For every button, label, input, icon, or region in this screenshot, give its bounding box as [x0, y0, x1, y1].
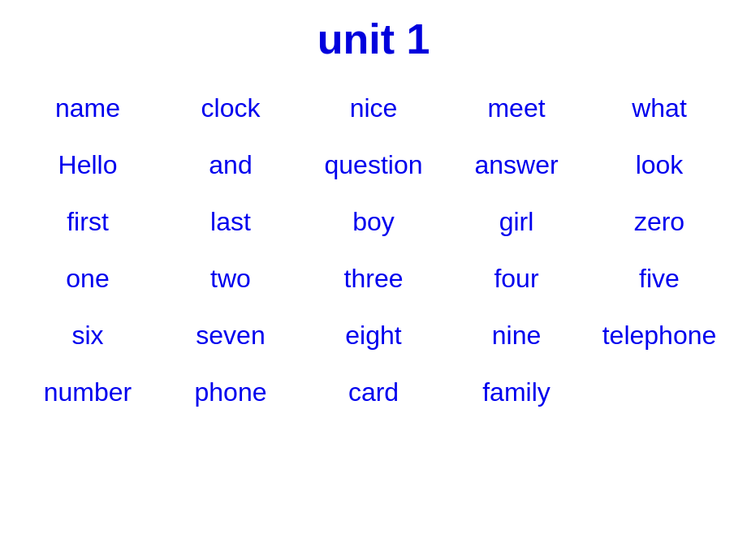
word-cell-15: one	[16, 250, 159, 307]
word-cell-8: answer	[445, 136, 588, 193]
word-cell-28: family	[445, 364, 588, 420]
word-cell-19: five	[588, 250, 731, 307]
word-cell-25: number	[16, 364, 159, 420]
word-cell-17: three	[302, 250, 445, 307]
word-cell-27: card	[302, 364, 445, 420]
word-cell-23: nine	[445, 307, 588, 364]
word-cell-12: boy	[302, 193, 445, 250]
word-cell-1: clock	[159, 80, 302, 136]
word-cell-26: phone	[159, 364, 302, 420]
word-cell-24: telephone	[588, 307, 731, 364]
word-cell-18: four	[445, 250, 588, 307]
word-cell-7: question	[302, 136, 445, 193]
word-cell-4: what	[588, 80, 731, 136]
word-cell-22: eight	[302, 307, 445, 364]
page-title: unit 1	[0, 0, 747, 71]
word-cell-11: last	[159, 193, 302, 250]
word-cell-10: first	[16, 193, 159, 250]
word-cell-3: meet	[445, 80, 588, 136]
word-cell-0: name	[16, 80, 159, 136]
word-cell-21: seven	[159, 307, 302, 364]
word-cell-20: six	[16, 307, 159, 364]
word-cell-2: nice	[302, 80, 445, 136]
word-cell-16: two	[159, 250, 302, 307]
word-cell-13: girl	[445, 193, 588, 250]
word-grid: nameclocknicemeetwhatHelloandquestionans…	[0, 71, 747, 429]
word-cell-9: look	[588, 136, 731, 193]
word-cell-14: zero	[588, 193, 731, 250]
word-cell-6: and	[159, 136, 302, 193]
word-cell-5: Hello	[16, 136, 159, 193]
